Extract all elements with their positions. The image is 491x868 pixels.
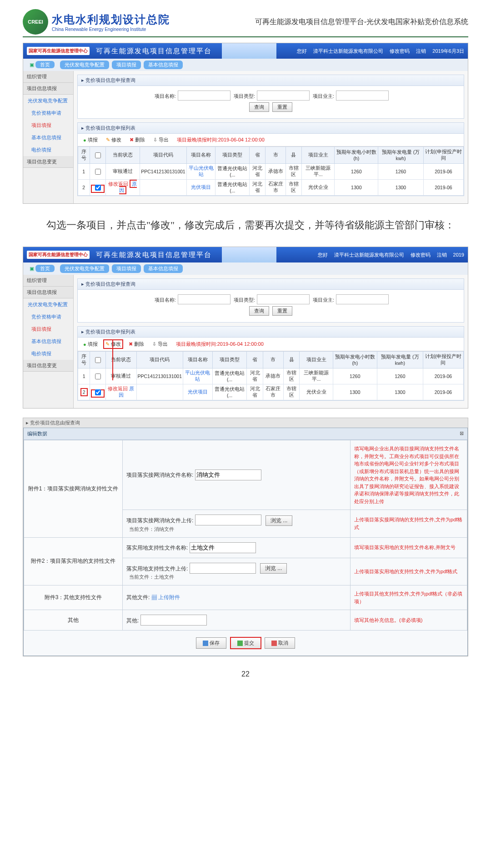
greeting: 您好 xyxy=(318,252,328,258)
cell: 1300 xyxy=(377,384,423,400)
th-plan: 计划(申报投产时间 xyxy=(423,352,463,368)
f3-input[interactable] xyxy=(190,542,256,553)
sidebar-item-pv[interactable]: 光伏发电竞争配置 xyxy=(23,298,73,311)
cell: 河北省 xyxy=(247,384,263,400)
f2-label: 项目落实接网消纳文件上传: xyxy=(126,517,193,524)
save-button[interactable]: 保存 xyxy=(196,637,226,649)
close-icon[interactable]: ⊠ xyxy=(460,430,464,436)
table-row[interactable]: 1 审核通过 PPC1412130131001 平山光伏电站 普通光伏电站(..… xyxy=(78,368,464,384)
edit-button[interactable]: 修改 xyxy=(103,136,124,144)
f4-input[interactable] xyxy=(190,563,256,574)
crumb-home[interactable]: ▣ 首页 xyxy=(27,61,57,69)
th-type: 项目类型 xyxy=(215,147,250,164)
reset-button[interactable]: 重置 xyxy=(272,306,292,316)
cell: 石家庄市 xyxy=(263,384,283,400)
crumb-1[interactable]: 光伏发电竞争配置 xyxy=(60,264,109,273)
f1-input[interactable] xyxy=(195,469,261,480)
browse-button[interactable]: 浏览 ... xyxy=(260,563,287,574)
check-all[interactable] xyxy=(95,357,101,363)
sidebar-item-basic[interactable]: 基本信息填报 xyxy=(23,335,73,348)
th-check xyxy=(90,147,105,164)
search-type-input[interactable] xyxy=(257,294,310,304)
sidebar-group-change[interactable]: 项目信息变更 xyxy=(23,156,73,168)
cell-name[interactable]: 平山光伏电站 xyxy=(186,164,215,180)
sidebar-group-org[interactable]: 组织管理 xyxy=(23,71,73,83)
cell-hours: 1300 xyxy=(335,180,378,196)
header-date: 2019年6月3日 xyxy=(432,48,464,55)
add-button[interactable]: 填报 xyxy=(80,136,100,144)
f5-row: 其他文件: ▦ 上传附件 xyxy=(123,585,351,610)
th-hours: 预期年发电小时数(h) xyxy=(335,147,378,164)
sidebar-group-org[interactable]: 组织管理 xyxy=(23,275,73,287)
change-password-link[interactable]: 修改密码 xyxy=(390,48,410,55)
cell-plan: 2019-06 xyxy=(423,164,463,180)
header-date: 2019 xyxy=(453,252,464,257)
search-owner-input[interactable] xyxy=(336,294,389,304)
crumb-2[interactable]: 项目填报 xyxy=(112,61,141,69)
search-button[interactable]: 查询 xyxy=(249,102,269,112)
table-row[interactable]: 2 修改返回 原因 光伏项目 普通光伏电站(... 河北省 石家庄市 市辖区 光… xyxy=(78,180,464,196)
sidebar-group-fill[interactable]: 项目信息填报 xyxy=(23,83,73,95)
row-check-selected[interactable] xyxy=(95,389,101,395)
row-check-selected[interactable] xyxy=(95,185,101,191)
upload-link[interactable]: ▦ 上传附件 xyxy=(151,594,180,601)
export-button[interactable]: 导出 xyxy=(150,136,171,144)
search-name-input[interactable] xyxy=(178,91,230,101)
cell: PPC1412130131001 xyxy=(136,368,183,384)
cell-code: PPC1412130131001 xyxy=(140,164,187,180)
crumb-1[interactable]: 光伏发电竞争配置 xyxy=(60,61,109,69)
f6-input[interactable] xyxy=(140,615,207,626)
cell: 河北省 xyxy=(247,368,263,384)
sidebar-item-price[interactable]: 电价填报 xyxy=(23,144,73,156)
sidebar-group-fill[interactable]: 项目信息填报 xyxy=(23,287,73,298)
sidebar-item-basic[interactable]: 基本信息填报 xyxy=(23,131,73,144)
sidebar-item-apply[interactable]: 竞价资格申请 xyxy=(23,311,73,323)
search-type-input[interactable] xyxy=(257,91,310,101)
delete-button[interactable]: 删除 xyxy=(127,136,148,144)
table-row[interactable]: 2 修改返回 原因 光伏项目 普通光伏电站(... 河北省 石家庄市 市辖区 光… xyxy=(78,384,464,400)
cell-name[interactable]: 光伏项目 xyxy=(186,180,215,196)
cell: 1 xyxy=(78,368,90,384)
project-table: 序号 当前状态 项目代码 项目名称 项目类型 省 市 县 项目业主 预期年发电小… xyxy=(78,146,464,196)
dialog-title: 编辑数据⊠ xyxy=(24,428,467,440)
sidebar-item-pv[interactable]: 光伏发电竞争配置 xyxy=(23,95,73,107)
f4-current: 当前文件：土地文件 xyxy=(129,574,346,580)
submit-button[interactable]: 提交 xyxy=(230,637,261,649)
th-county: 县 xyxy=(286,147,301,164)
search-owner-input[interactable] xyxy=(336,91,389,101)
cell-prov: 河北省 xyxy=(250,164,266,180)
export-button[interactable]: 导出 xyxy=(150,340,170,348)
lbl-type: 项目类型: xyxy=(234,93,255,99)
check-all[interactable] xyxy=(95,152,101,158)
browse-button[interactable]: 浏览 ... xyxy=(266,515,292,526)
change-password-link[interactable]: 修改密码 xyxy=(411,252,431,258)
sidebar-item-report[interactable]: 项目填报 xyxy=(23,323,73,335)
row-check[interactable] xyxy=(95,373,101,379)
row-check[interactable] xyxy=(95,169,101,175)
sidebar-group-change[interactable]: 项目信息变更 xyxy=(23,360,73,372)
crumb-2[interactable]: 项目填报 xyxy=(112,264,141,273)
cancel-button[interactable]: 取消 xyxy=(265,637,295,649)
search-name-input[interactable] xyxy=(178,294,230,304)
th-energy: 预期年发电量 (万kwh) xyxy=(378,147,424,164)
sidebar-item-price[interactable]: 电价填报 xyxy=(23,348,73,360)
logout-link[interactable]: 注销 xyxy=(416,48,426,55)
reset-button[interactable]: 重置 xyxy=(272,102,292,112)
sidebar-item-report[interactable]: 项目填报 xyxy=(23,119,73,131)
crumb-home[interactable]: ▣ 首页 xyxy=(27,264,57,273)
logout-link[interactable]: 注销 xyxy=(437,252,447,258)
add-button[interactable]: 填报 xyxy=(80,340,100,348)
table-row[interactable]: 1 审核通过 PPC1412130131001 平山光伏电站 普通光伏电站(..… xyxy=(78,164,464,180)
f2-input[interactable] xyxy=(195,515,261,525)
sidebar-item-apply[interactable]: 竞价资格申请 xyxy=(23,107,73,119)
delete-button[interactable]: 删除 xyxy=(126,340,147,348)
cell-name[interactable]: 光伏项目 xyxy=(183,384,213,400)
cell: 1260 xyxy=(377,368,423,384)
search-panel-header: ▸ 竞价项目信息申报查询 xyxy=(78,279,464,290)
crumb-3[interactable]: 基本信息填报 xyxy=(144,264,183,273)
creei-logo: CREEI xyxy=(23,9,48,35)
search-button[interactable]: 查询 xyxy=(249,306,269,316)
crumb-3[interactable]: 基本信息填报 xyxy=(144,61,183,69)
f1-help: 填写电网企业出具的项目接网消纳支持性文件名称，并附文号。工商业分布式项目可仅提供… xyxy=(351,440,467,510)
cell-name[interactable]: 平山光伏电站 xyxy=(183,368,213,384)
